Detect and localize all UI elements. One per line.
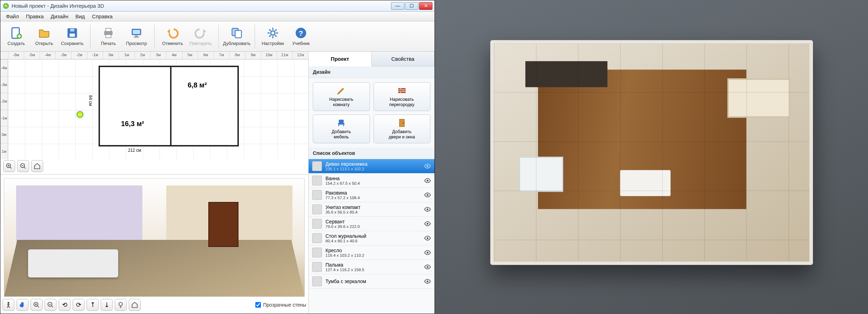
object-name: Тумба с зеркалом	[325, 279, 420, 284]
duplicate-button[interactable]: Дублировать	[224, 24, 250, 49]
app-icon	[2, 2, 9, 9]
object-list-item[interactable]: Пальма 127.4 x 116.2 x 158.5	[309, 260, 435, 274]
view-3d-area[interactable]: ⟲ ⟳ ⤒ ⤓ Прозрачные стены	[0, 175, 308, 314]
ruler-tick: 5м	[182, 52, 198, 59]
section-objects-title: Список объектов	[309, 148, 435, 159]
object-name: Сервант	[325, 219, 420, 224]
maximize-button[interactable]: ☐	[405, 2, 418, 10]
svg-point-31	[427, 194, 429, 196]
svg-rect-8	[106, 35, 111, 38]
open-button[interactable]: Открыть	[31, 24, 57, 49]
home-3d-button[interactable]	[129, 299, 141, 311]
visibility-icon[interactable]	[424, 278, 431, 285]
object-thumb	[312, 176, 322, 185]
svg-rect-25	[339, 120, 344, 123]
help-icon: ?	[295, 27, 307, 39]
visibility-icon[interactable]	[424, 163, 431, 170]
svg-point-36	[427, 266, 429, 268]
tutorial-button[interactable]: ? Учебник	[288, 24, 314, 49]
svg-rect-14	[235, 31, 242, 38]
object-list-item[interactable]: Сервант 79.0 x 39.6 x 222.0	[309, 217, 435, 231]
floorplan[interactable]: 16,3 м² 6,8 м² 84 см 212 см	[99, 66, 239, 146]
object-dims: 79.0 x 39.6 x 222.0	[325, 224, 420, 229]
draw-partition-button[interactable]: Нарисовать перегородку	[374, 82, 431, 111]
object-list-item[interactable]: Тумба с зеркалом	[309, 274, 435, 289]
zoom-out-button[interactable]	[17, 160, 29, 172]
svg-point-37	[427, 281, 429, 282]
redo-button[interactable]: Повторить	[188, 24, 214, 49]
folder-open-icon	[38, 27, 51, 39]
side-panel: Проект Свойства Дизайн Нарисовать комнат…	[308, 52, 435, 314]
visibility-icon[interactable]	[424, 235, 431, 242]
object-thumb	[312, 248, 322, 257]
ruler-tick: 9м	[245, 52, 261, 59]
object-dims: 80.4 x 80.1 x 40.6	[325, 239, 420, 243]
door-icon	[397, 118, 407, 128]
add-furniture-button[interactable]: Добавить мебель	[313, 115, 370, 143]
tilt-up-button[interactable]: ⤒	[87, 299, 99, 311]
visibility-icon[interactable]	[424, 249, 431, 256]
visibility-icon[interactable]	[424, 220, 431, 227]
object-list-item[interactable]: Ванна 154.2 x 67.5 x 50.4	[309, 174, 435, 188]
ruler-tick: 12м	[292, 52, 308, 59]
zoom-out-3d-button[interactable]	[45, 299, 56, 311]
tab-project[interactable]: Проект	[309, 52, 372, 66]
close-button[interactable]: ✕	[419, 2, 432, 10]
transparent-walls-input[interactable]	[255, 302, 261, 308]
ruler-tick: -4м	[0, 59, 8, 76]
selection-handle[interactable]	[77, 111, 83, 118]
ruler-tick: -1м	[87, 52, 103, 59]
object-name: Диван еврокнижка	[325, 161, 420, 167]
menu-edit[interactable]: Правка	[22, 12, 47, 21]
visibility-icon[interactable]	[424, 263, 431, 270]
undo-button[interactable]: Отменить	[160, 24, 186, 49]
pencil-icon	[336, 86, 346, 96]
object-name: Пальма	[325, 262, 420, 268]
room1-area-label: 16,3 м²	[121, 120, 144, 128]
object-list-item[interactable]: Стол журнальный 80.4 x 80.1 x 40.6	[309, 231, 435, 246]
object-list-item[interactable]: Раковина 77.3 x 57.2 x 108.4	[309, 188, 435, 202]
object-list-item[interactable]: Кресло 118.4 x 103.2 x 110.2	[309, 246, 435, 260]
visibility-icon[interactable]	[424, 206, 431, 213]
svg-rect-5	[70, 29, 74, 32]
toolbar: Создать Открыть Сохранить Печать	[0, 21, 435, 52]
preview-button[interactable]: Просмотр	[123, 24, 149, 49]
menu-view[interactable]: Вид	[72, 12, 88, 21]
undo-icon	[166, 27, 179, 39]
section-design-title: Дизайн	[309, 66, 435, 78]
object-list-item[interactable]: Унитаз компакт 35.6 x 56.5 x 80.4	[309, 202, 435, 217]
zoom-in-3d-button[interactable]	[31, 299, 42, 311]
home-button[interactable]	[31, 160, 43, 172]
light-button[interactable]	[115, 299, 127, 311]
object-name: Стол журнальный	[325, 233, 420, 239]
tab-properties[interactable]: Свойства	[372, 52, 435, 66]
draw-room-button[interactable]: Нарисовать комнату	[313, 82, 370, 111]
visibility-icon[interactable]	[424, 191, 431, 198]
object-dims: 154.2 x 67.5 x 50.4	[325, 181, 420, 185]
print-button[interactable]: Печать	[95, 24, 121, 49]
menu-help[interactable]: Справка	[88, 12, 116, 21]
ruler-tick: -4м	[40, 52, 55, 59]
create-button[interactable]: Создать	[3, 24, 29, 49]
dimension-left: 84 см	[88, 95, 93, 106]
menu-file[interactable]: Файл	[2, 12, 22, 21]
walk-mode-button[interactable]	[2, 299, 14, 311]
zoom-in-button[interactable]	[3, 160, 15, 172]
tilt-down-button[interactable]: ⤓	[101, 299, 113, 311]
visibility-icon[interactable]	[424, 177, 431, 184]
rotate-left-button[interactable]: ⟲	[59, 299, 70, 311]
minimize-button[interactable]: —	[391, 2, 404, 10]
plan-2d-area[interactable]: -6м-5м-4м-3м-2м-1м0м1м2м3м4м5м6м7м8м9м10…	[0, 52, 308, 175]
add-doors-button[interactable]: Добавить двери и окна	[374, 115, 431, 143]
magnify-minus-icon	[47, 301, 54, 308]
save-button[interactable]: Сохранить	[59, 24, 85, 49]
object-list-item[interactable]: Диван еврокнижка 235.1 x 113.1 x 102.2	[309, 159, 435, 174]
pan-button[interactable]	[16, 299, 28, 311]
object-list[interactable]: Диван еврокнижка 235.1 x 113.1 x 102.2 В…	[309, 159, 435, 314]
settings-button[interactable]: Настройки	[260, 24, 286, 49]
transparent-walls-checkbox[interactable]: Прозрачные стены	[255, 302, 306, 308]
wall-icon	[397, 86, 407, 96]
rotate-right-button[interactable]: ⟳	[73, 299, 85, 311]
ruler-tick: 10м	[261, 52, 277, 59]
menu-design[interactable]: Дизайн	[47, 12, 72, 21]
